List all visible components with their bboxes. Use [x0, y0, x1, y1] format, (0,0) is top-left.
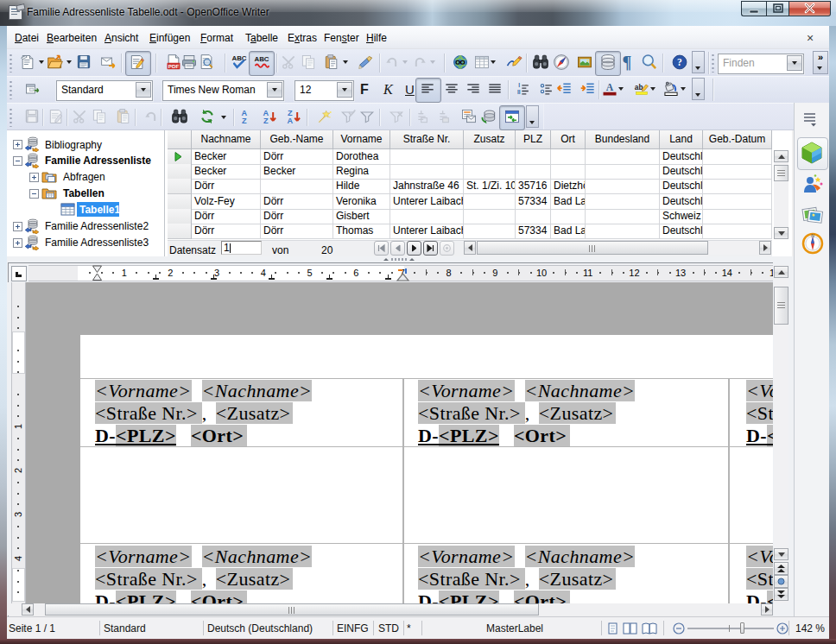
svg-text:N: N	[811, 233, 814, 238]
svg-text:PDF: PDF	[168, 63, 180, 69]
svg-text:Z: Z	[263, 117, 269, 125]
svg-text:A: A	[288, 117, 294, 125]
svg-text:ABC: ABC	[231, 54, 246, 62]
svg-text:ABC: ABC	[254, 55, 269, 63]
svg-text:?: ?	[677, 57, 682, 68]
svg-text:ab: ab	[635, 83, 643, 92]
svg-text:I: I	[518, 82, 520, 88]
svg-text:II: II	[517, 89, 521, 95]
svg-text:Z: Z	[242, 117, 247, 125]
svg-text:¶: ¶	[623, 54, 632, 71]
svg-text:A: A	[606, 82, 614, 93]
